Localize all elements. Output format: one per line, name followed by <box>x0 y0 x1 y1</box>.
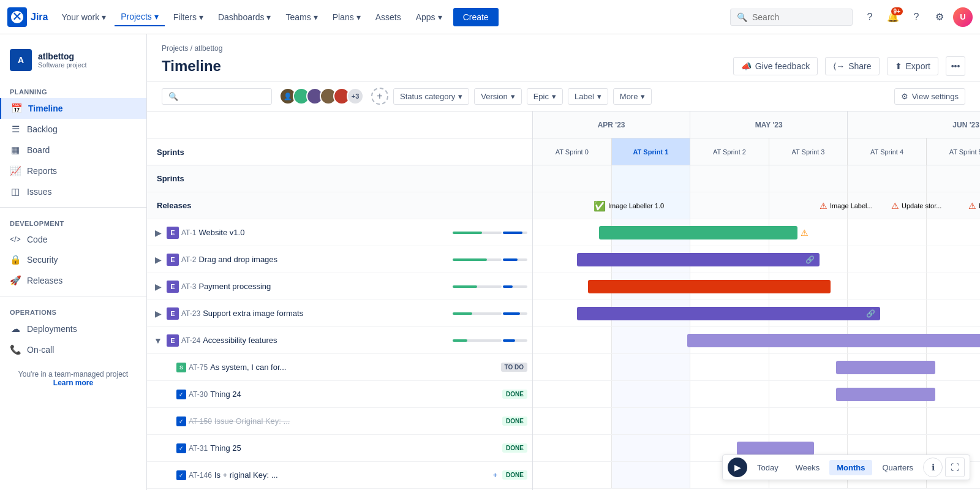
bar-at31[interactable] <box>737 442 814 455</box>
sprint-2: AT Sprint 2 <box>690 138 769 165</box>
share-button[interactable]: ⟨→ Share <box>825 57 879 75</box>
sidebar-footer: You're in a team-managed project Learn m… <box>0 360 146 397</box>
progress-at3-b <box>503 285 527 288</box>
learn-more-link[interactable]: Learn more <box>53 379 93 387</box>
quarters-button[interactable]: Quarters <box>875 460 921 475</box>
item-key-at23: AT-23 <box>181 309 200 318</box>
release-marker-4[interactable]: ⚠ Image Labeller 3.0 <box>968 201 980 211</box>
child-row-at30[interactable]: ✓ AT-30 Thing 24 DONE <box>147 381 532 408</box>
item-label-at31: Thing 25 <box>210 443 499 453</box>
filter-label[interactable]: Label ▾ <box>568 88 608 105</box>
item-label-at3: Payment processing <box>198 282 450 291</box>
weeks-button[interactable]: Weeks <box>788 460 827 475</box>
prev-button[interactable]: ▶ <box>728 458 747 477</box>
sidebar-item-backlog[interactable]: ☰ Backlog <box>0 119 146 140</box>
release-marker-3[interactable]: ⚠ Update stor... <box>891 201 941 211</box>
progress-at1-b <box>503 232 527 234</box>
fullscreen-button[interactable]: ⛶ <box>945 458 965 477</box>
nav-assets[interactable]: Assets <box>369 9 407 26</box>
sidebar-item-deployments[interactable]: ☁ Deployments <box>0 318 146 339</box>
info-button[interactable]: ℹ <box>923 458 943 477</box>
search-box[interactable]: 🔍 <box>730 9 853 26</box>
epic-row-at24[interactable]: ▼ E AT-24 Accessibility features <box>147 327 532 354</box>
today-button[interactable]: Today <box>750 460 786 475</box>
bar-at3[interactable] <box>588 280 831 293</box>
release-marker-1[interactable]: ✅ Image Labeller 1.0 <box>594 200 664 211</box>
epic-icon-at23: E <box>167 307 179 320</box>
item-key-at3: AT-3 <box>181 282 196 291</box>
sidebar-item-label: Timeline <box>28 104 63 113</box>
expand-at2[interactable]: ▶ <box>152 254 164 266</box>
settings-button[interactable]: ⚙ <box>930 7 949 27</box>
sidebar-item-code[interactable]: </> Code <box>0 230 146 249</box>
filter-status-category[interactable]: Status category ▾ <box>393 88 469 105</box>
breadcrumb-project[interactable]: atlbettog <box>194 44 222 53</box>
nav-filters[interactable]: Filters ▾ <box>167 9 209 26</box>
child-row-at31[interactable]: ✓ AT-31 Thing 25 DONE <box>147 435 532 462</box>
nav-your-work[interactable]: Your work ▾ <box>55 9 112 26</box>
expand-at23[interactable]: ▶ <box>152 307 164 320</box>
status-at75: TO DO <box>501 363 527 372</box>
epic-row-at3[interactable]: ▶ E AT-3 Payment processing <box>147 273 532 300</box>
app-logo[interactable]: Jira <box>7 7 48 27</box>
toolbar-search-input[interactable] <box>182 92 255 101</box>
filter-version[interactable]: Version ▾ <box>474 88 521 105</box>
expand-at24[interactable]: ▼ <box>152 334 164 347</box>
nav-plans[interactable]: Plans ▾ <box>326 9 367 26</box>
search-input[interactable] <box>752 12 838 22</box>
sidebar-item-issues[interactable]: ◫ Issues <box>0 181 146 202</box>
nav-projects[interactable]: Projects ▾ <box>115 8 165 26</box>
breadcrumb-projects[interactable]: Projects <box>162 44 188 53</box>
bar-at75[interactable] <box>836 361 935 374</box>
nav-teams[interactable]: Teams ▾ <box>279 9 323 26</box>
expand-at3[interactable]: ▶ <box>152 281 164 293</box>
section-operations-label: OPERATIONS <box>0 301 146 318</box>
bar-at23[interactable]: 🔗 <box>577 307 880 320</box>
sidebar-item-reports[interactable]: 📈 Reports <box>0 160 146 181</box>
more-actions-button[interactable]: ••• <box>946 56 965 76</box>
create-button[interactable]: Create <box>453 8 499 26</box>
epic-row-at1[interactable]: ▶ E AT-1 Website v1.0 <box>147 219 532 246</box>
month-jun: JUN '23 <box>848 111 980 138</box>
epic-row-at2[interactable]: ▶ E AT-2 Drag and drop images <box>147 246 532 273</box>
gantt-content: APR '23 MAY '23 JUN '23 AT Sprint 0 AT S… <box>533 111 980 489</box>
breadcrumb: Projects / atlbettog <box>162 44 965 53</box>
help-button[interactable]: ? <box>907 7 926 27</box>
item-label-at2: Drag and drop images <box>198 255 450 264</box>
bar-at2[interactable]: 🔗 <box>577 253 820 266</box>
bar-at1[interactable]: ⚠ <box>599 226 797 239</box>
epic-icon-at24: E <box>167 334 179 347</box>
export-button[interactable]: ⬆ Export <box>887 57 938 75</box>
bar-at24[interactable] <box>687 334 980 347</box>
release-marker-2[interactable]: ⚠ Image Label... <box>820 201 873 211</box>
expand-at1[interactable]: ▶ <box>152 227 164 239</box>
months-button[interactable]: Months <box>829 460 872 475</box>
project-header[interactable]: A atlbettog Software project <box>0 44 146 81</box>
view-settings-button[interactable]: ⚙ View settings <box>894 88 965 105</box>
sidebar-item-releases[interactable]: 🚀 Releases <box>0 270 146 291</box>
notification-button[interactable]: 🔔 9+ <box>883 7 903 27</box>
avatar-count[interactable]: +3 <box>347 88 364 105</box>
child-row-at150[interactable]: ✓ AT-150 Issue Original Key: ... DONE <box>147 408 532 435</box>
nav-dashboards[interactable]: Dashboards ▾ <box>212 9 277 26</box>
search-icon: 🔍 <box>168 92 178 101</box>
user-avatar[interactable]: U <box>953 7 973 27</box>
help-circle-button[interactable]: ? <box>860 7 880 27</box>
child-row-at146[interactable]: ✓ AT-146 Is + riginal Key: ... + DONE <box>147 462 532 489</box>
issues-icon: ◫ <box>10 186 21 197</box>
child-row-at75[interactable]: S AT-75 As system, I can for... TO DO <box>147 354 532 381</box>
sidebar-item-timeline[interactable]: 📅 Timeline <box>0 98 146 119</box>
timeline-icon: 📅 <box>11 103 22 114</box>
bar-at30[interactable] <box>836 388 935 401</box>
sidebar-item-oncall[interactable]: 📞 On-call <box>0 339 146 360</box>
filter-more[interactable]: More ▾ <box>613 88 652 105</box>
sidebar-item-security[interactable]: 🔒 Security <box>0 249 146 270</box>
toolbar-search-box[interactable]: 🔍 <box>162 88 272 105</box>
epic-row-at23[interactable]: ▶ E AT-23 Support extra image formats <box>147 300 532 327</box>
nav-apps[interactable]: Apps ▾ <box>410 9 448 26</box>
gantt-row-at2: 🔗 <box>533 246 980 273</box>
feedback-button[interactable]: 📣 Give feedback <box>733 57 818 75</box>
filter-epic[interactable]: Epic ▾ <box>527 88 563 105</box>
add-member-button[interactable]: + <box>371 88 388 105</box>
sidebar-item-board[interactable]: ▦ Board <box>0 140 146 160</box>
